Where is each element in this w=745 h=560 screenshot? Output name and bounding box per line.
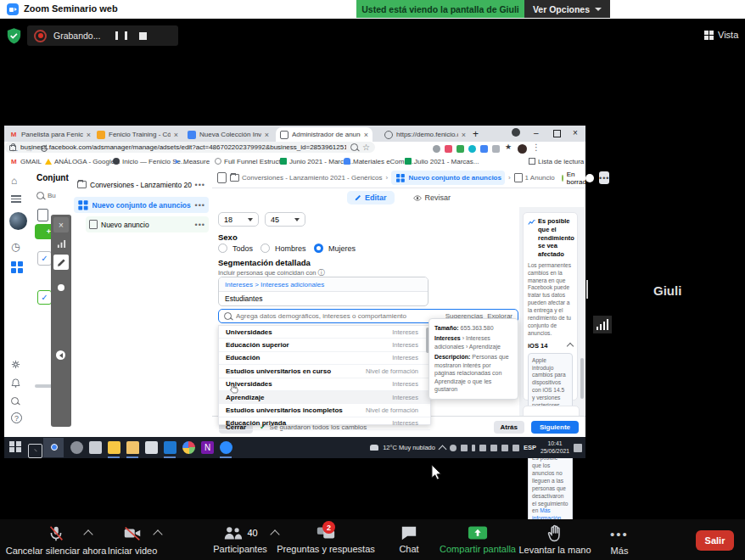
trello-icon[interactable] — [164, 441, 176, 454]
dropdown-item[interactable]: Educación privadaIntereses — [219, 417, 430, 430]
breadcrumb-campaign[interactable]: Conversiones - Lanzamiento 2021 - Genéri… — [230, 174, 382, 182]
close-window-button[interactable]: × — [573, 128, 578, 137]
minimize-button[interactable]: – — [534, 128, 539, 137]
browser-menu-icon[interactable]: ⋮ — [532, 143, 541, 152]
campaigns-grid-icon[interactable] — [11, 261, 23, 273]
new-tab-button[interactable]: + — [473, 128, 479, 140]
browser-tab-1[interactable]: M Panelista para Fenicio Traini× — [5, 127, 95, 142]
start-button[interactable] — [9, 441, 22, 454]
clipboard-icon[interactable] — [37, 209, 48, 221]
browser-tab-5[interactable]: https://demo.fenicio.com.uy× — [380, 127, 470, 142]
back-button[interactable]: Atrás — [494, 421, 524, 434]
taskbar-app-icon[interactable] — [145, 441, 158, 454]
qa-button[interactable]: Preguntas y respuestas 2 — [270, 524, 382, 554]
taskbar-app-icon[interactable] — [70, 441, 83, 454]
taskbar-app-icon[interactable] — [89, 441, 102, 454]
tab-close-icon[interactable]: × — [174, 131, 178, 139]
start-video-button[interactable]: Iniciar video — [93, 524, 171, 556]
bookmark-analoga[interactable]: ANÁLOGA - Google... — [45, 158, 120, 165]
row-menu-icon[interactable]: ••• — [195, 181, 205, 189]
bookmark-junio[interactable]: Junio 2021 - Marca... — [280, 158, 353, 165]
taskbar-search-icon[interactable] — [28, 444, 42, 458]
menu-icon[interactable] — [11, 193, 21, 204]
zoom-page-icon[interactable] — [350, 143, 358, 151]
security-shield-icon[interactable] — [7, 28, 21, 44]
participants-button[interactable]: 40 Participantes — [200, 524, 280, 554]
notification-center-icon[interactable] — [574, 444, 582, 452]
row-checkbox-selected[interactable]: ✓ — [37, 290, 52, 305]
address-bar[interactable]: business.facebook.com/adsmanager/manage/… — [4, 142, 375, 153]
mic-tray-icon[interactable] — [472, 445, 475, 451]
notifications-bell-icon[interactable] — [11, 378, 20, 388]
view-mode-button[interactable]: Vista — [704, 30, 738, 40]
ios14-section-title[interactable]: iOS 14 — [528, 342, 547, 350]
dropdown-item[interactable]: Estudios universitarios incompletosNivel… — [219, 404, 430, 417]
tree-ad-row[interactable]: Nuevo anuncio ••• — [86, 216, 209, 232]
tree-adset-row-selected[interactable]: Nuevo conjunto de anuncios ••• — [74, 197, 209, 213]
raise-hand-button[interactable]: Levantar la mano — [508, 524, 602, 555]
extension-icon[interactable] — [468, 145, 476, 153]
chart-icon[interactable] — [53, 236, 69, 251]
stop-recording-button[interactable] — [139, 32, 147, 40]
tray-icon[interactable] — [450, 445, 457, 451]
extension-icon[interactable] — [445, 145, 452, 153]
gender-option-hombres[interactable]: Hombres — [260, 244, 306, 253]
extension-icon[interactable] — [492, 145, 500, 153]
bookmark-gmail[interactable]: MGMAIL — [11, 158, 42, 165]
breadcrumb-adset[interactable]: Nuevo conjunto de anuncios — [391, 171, 505, 186]
weather-text[interactable]: 12°C Muy nublado — [383, 444, 435, 451]
more-options-button[interactable]: ••• — [599, 171, 609, 184]
breadcrumb-ad[interactable]: 1 Anuncio — [514, 173, 555, 182]
recent-clock-icon[interactable]: ◷ — [11, 241, 20, 253]
forward-icon[interactable]: → — [25, 143, 34, 154]
volume-icon[interactable] — [501, 445, 508, 451]
extension-icon[interactable] — [433, 145, 440, 153]
tray-icon[interactable] — [479, 445, 486, 451]
defender-icon[interactable] — [513, 445, 519, 451]
tab-close-icon[interactable]: × — [87, 131, 91, 139]
browser-tab-2[interactable]: Fenicio Training - Cómo ven× — [92, 127, 182, 142]
bookmark-fullfunnel[interactable]: Full Funnel Estruct... — [215, 158, 286, 165]
row-menu-icon[interactable]: ••• — [195, 201, 205, 210]
age-max-select[interactable]: 45 — [265, 212, 305, 227]
profile-avatar[interactable] — [518, 144, 527, 154]
gender-option-todos[interactable]: Todos — [218, 244, 253, 253]
business-avatar[interactable] — [9, 212, 27, 230]
tab-close-icon[interactable]: × — [462, 131, 466, 139]
pin-extension-icon[interactable]: ★ — [505, 143, 512, 151]
sidebar-search[interactable]: Bu — [36, 192, 56, 199]
expand-panel-icon[interactable] — [217, 172, 227, 183]
view-options-button[interactable]: Ver Opciones — [524, 0, 610, 18]
close-icon[interactable]: × — [53, 217, 69, 232]
extension-icon[interactable] — [480, 145, 488, 153]
dropdown-item[interactable]: UniversidadesIntereses — [219, 326, 430, 339]
dropdown-item[interactable]: EducaciónIntereses — [219, 352, 430, 365]
file-explorer-icon[interactable] — [126, 441, 139, 454]
row-checkbox[interactable]: ✓ — [37, 251, 52, 266]
reading-list-button[interactable]: Lista de lectura — [529, 158, 584, 165]
dropdown-item[interactable]: Estudios universitarios en cursoNivel de… — [219, 365, 430, 378]
bookmark-measure[interactable]: ➤Measure — [174, 158, 210, 165]
browser-tab-3[interactable]: Nueva Colección Inv2021 - T× — [183, 127, 273, 142]
tab-close-icon[interactable]: × — [265, 131, 269, 139]
home-icon[interactable]: ⌂ — [11, 175, 17, 187]
taskbar-app-icon[interactable] — [182, 441, 195, 454]
settings-gear-icon[interactable] — [11, 360, 20, 369]
dropdown-item[interactable]: Educación superiorIntereses — [219, 339, 430, 351]
help-icon[interactable]: ? — [11, 412, 22, 423]
info-icon[interactable]: ⓘ — [318, 269, 325, 277]
reload-icon[interactable] — [40, 144, 48, 153]
sticky-notes-icon[interactable] — [108, 441, 120, 454]
targeting-search-input[interactable] — [236, 312, 441, 320]
row-menu-icon[interactable]: ••• — [195, 221, 205, 229]
browser-tab-ads-manager[interactable]: Administrador de anuncios -× — [276, 127, 372, 142]
tree-campaign-row[interactable]: Conversiones - Lanzamiento 2021 - Gen...… — [74, 176, 209, 193]
pencil-tool-icon[interactable] — [53, 255, 69, 270]
maximize-button[interactable] — [553, 130, 561, 137]
network-icon[interactable] — [490, 445, 497, 451]
browser-update-icon[interactable] — [512, 128, 520, 137]
tray-expand-icon[interactable] — [439, 445, 447, 453]
more-button[interactable]: ••• Más — [594, 524, 645, 556]
tab-close-icon[interactable]: × — [364, 131, 368, 139]
interest-path-link[interactable]: Intereses > Intereses adicionales — [219, 277, 428, 292]
